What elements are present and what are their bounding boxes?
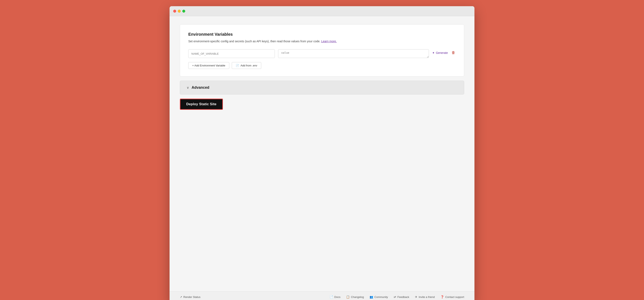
env-description-text: Set environment-specific config and secr… (188, 40, 320, 43)
invite-friend-link[interactable]: ✈ Invite a friend (415, 295, 435, 298)
env-name-input[interactable] (188, 49, 275, 58)
env-value-input[interactable] (278, 49, 429, 58)
traffic-lights (173, 10, 185, 13)
support-label: Contact support (445, 295, 464, 298)
titlebar (170, 6, 474, 16)
community-icon: 👥 (370, 295, 373, 298)
add-env-variable-button[interactable]: + Add Environment Variable (188, 62, 229, 69)
env-card-description: Set environment-specific config and secr… (188, 39, 456, 44)
advanced-section-title: Advanced (192, 85, 209, 90)
env-actions: ✦ Generate 🗑 (432, 49, 456, 55)
invite-icon: ✈ (415, 295, 418, 298)
render-status[interactable]: ↗ Render Status (180, 295, 200, 298)
add-buttons-row: + Add Environment Variable 📄 Add from .e… (188, 62, 456, 69)
env-variables-card: Environment Variables Set environment-sp… (180, 24, 464, 77)
feedback-icon: ⇄ (394, 295, 396, 298)
trash-icon: 🗑 (452, 51, 455, 55)
feedback-label: Feedback (398, 295, 409, 298)
invite-label: Invite a friend (418, 295, 435, 298)
generate-label: Generate (436, 51, 448, 55)
advanced-section[interactable]: ∨ Advanced (180, 81, 464, 94)
main-content: Environment Variables Set environment-sp… (170, 16, 474, 291)
changelog-link[interactable]: 📋 Changelog (346, 295, 364, 298)
deploy-static-site-button[interactable]: Deploy Static Site (180, 99, 223, 110)
env-variable-row: ✦ Generate 🗑 (188, 49, 456, 58)
community-label: Community (374, 295, 388, 298)
changelog-label: Changelog (351, 295, 364, 298)
delete-variable-button[interactable]: 🗑 (451, 50, 456, 55)
support-icon: ❓ (440, 295, 444, 298)
maximize-button[interactable] (182, 10, 185, 13)
add-env-file-label: Add from .env (240, 64, 257, 67)
learn-more-link[interactable]: Learn more. (321, 40, 337, 43)
generate-icon: ✦ (432, 51, 435, 55)
docs-link[interactable]: 📄 Docs (330, 295, 340, 298)
feedback-link[interactable]: ⇄ Feedback (394, 295, 409, 298)
app-window: Environment Variables Set environment-sp… (170, 6, 474, 300)
file-icon: 📄 (236, 64, 239, 67)
changelog-icon: 📋 (346, 295, 350, 298)
contact-support-link[interactable]: ❓ Contact support (440, 295, 464, 298)
render-status-icon: ↗ (180, 295, 182, 298)
close-button[interactable] (173, 10, 176, 13)
add-env-label: + Add Environment Variable (192, 64, 226, 67)
docs-icon: 📄 (330, 295, 333, 298)
generate-button[interactable]: ✦ Generate (432, 51, 448, 55)
footer: ↗ Render Status 📄 Docs 📋 Changelog 👥 Com… (170, 291, 474, 300)
footer-links: 📄 Docs 📋 Changelog 👥 Community ⇄ Feedbac… (330, 295, 464, 298)
minimize-button[interactable] (178, 10, 181, 13)
env-card-title: Environment Variables (188, 32, 456, 37)
render-status-label: Render Status (183, 295, 200, 298)
chevron-down-icon: ∨ (187, 86, 189, 90)
docs-label: Docs (334, 295, 340, 298)
community-link[interactable]: 👥 Community (370, 295, 388, 298)
add-from-env-button[interactable]: 📄 Add from .env (232, 62, 261, 69)
